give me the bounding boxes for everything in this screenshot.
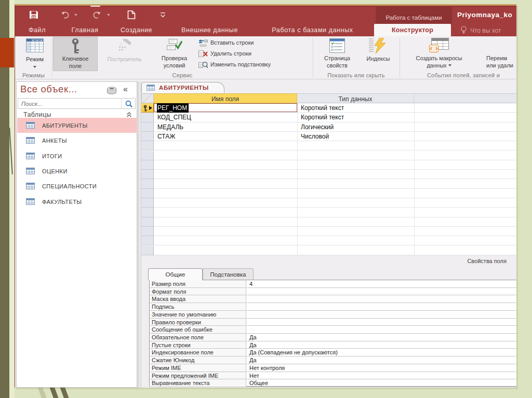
field-type-cell[interactable] xyxy=(297,227,414,236)
tell-me-box[interactable]: Что вы хот xyxy=(460,26,501,36)
field-desc-cell[interactable] xyxy=(414,141,516,150)
field-type-cell[interactable]: Числовой xyxy=(297,132,414,141)
row-selector[interactable] xyxy=(141,227,154,236)
property-value[interactable]: Нет xyxy=(247,372,516,380)
tab-external-data[interactable]: Внешние данные xyxy=(174,24,246,36)
row-selector-key[interactable] xyxy=(141,103,154,113)
row-selector[interactable] xyxy=(141,208,154,217)
column-header-data-type[interactable]: Тип данных xyxy=(297,93,414,103)
field-type-cell[interactable] xyxy=(297,151,414,160)
nav-item-abiturienty[interactable]: АБИТУРИЕНТЫ xyxy=(17,118,137,133)
field-desc-cell[interactable] xyxy=(414,160,516,170)
tab-create[interactable]: Создание xyxy=(117,24,155,36)
search-box[interactable] xyxy=(18,98,136,109)
nav-item-ankety[interactable]: АНКЕТЫ xyxy=(17,133,137,148)
property-value[interactable]: Да xyxy=(247,334,516,341)
field-name-cell[interactable] xyxy=(154,141,297,150)
field-name-cell[interactable] xyxy=(154,170,297,179)
field-desc-cell[interactable] xyxy=(414,227,516,236)
property-value[interactable]: Да (Совпадения не допускаются) xyxy=(247,349,516,356)
row-selector[interactable] xyxy=(141,217,154,227)
property-row[interactable]: Индексированное полеДа (Совпадения не до… xyxy=(150,349,516,356)
field-type-cell[interactable] xyxy=(297,189,414,198)
search-input[interactable] xyxy=(18,99,121,108)
property-row[interactable]: Сжатие ЮникодДа xyxy=(150,356,516,364)
empty-field-row[interactable] xyxy=(141,170,516,179)
property-value[interactable]: Да xyxy=(247,356,516,364)
row-selector[interactable] xyxy=(141,246,154,255)
field-name-cell[interactable] xyxy=(154,160,297,170)
field-desc-cell[interactable] xyxy=(414,151,516,160)
row-selector[interactable] xyxy=(141,151,154,160)
navigation-pane-title[interactable]: Все объек... xyxy=(20,84,77,95)
modify-lookups-button[interactable]: Изменить подстановку xyxy=(198,61,271,72)
property-value[interactable] xyxy=(247,311,516,319)
view-button[interactable]: Режим xyxy=(18,37,52,71)
field-type-cell[interactable] xyxy=(297,198,414,208)
field-name-cell[interactable]: КОД_СПЕЦ xyxy=(154,113,297,122)
row-selector[interactable] xyxy=(141,170,154,179)
field-name-cell[interactable]: СТАЖ xyxy=(154,132,297,141)
field-row-reg-nom[interactable]: РЕГ_НОМ Короткий текст xyxy=(141,103,516,113)
field-desc-cell[interactable] xyxy=(414,198,516,208)
create-data-macros-button[interactable]: Создать макросы данных xyxy=(409,37,469,71)
field-name-cell[interactable] xyxy=(154,198,297,208)
field-type-cell[interactable] xyxy=(297,170,414,179)
rename-delete-macro-button[interactable]: Переим или удали xyxy=(485,37,516,71)
title-bar[interactable]: Работа с таблицами Priyomnaya_ko xyxy=(15,6,516,24)
undo-dropdown-caret[interactable] xyxy=(74,14,77,16)
field-type-cell[interactable] xyxy=(297,246,414,255)
field-type-cell[interactable]: Логический xyxy=(297,122,414,132)
nav-item-fakultety[interactable]: ФАКУЛЬТЕТЫ xyxy=(17,194,137,209)
field-desc-cell[interactable] xyxy=(414,236,516,245)
field-desc-cell[interactable] xyxy=(414,179,516,188)
property-row[interactable]: Формат поля xyxy=(150,288,516,296)
field-name-cell[interactable] xyxy=(154,179,297,188)
field-name-cell[interactable]: РЕГ_НОМ xyxy=(154,103,297,113)
empty-field-row[interactable] xyxy=(141,198,516,208)
property-value[interactable] xyxy=(247,303,516,311)
field-desc-cell[interactable] xyxy=(414,217,516,227)
empty-field-row[interactable] xyxy=(141,227,516,236)
property-value[interactable] xyxy=(247,326,516,334)
row-selector[interactable] xyxy=(141,113,154,122)
empty-field-row[interactable] xyxy=(141,189,516,198)
field-row-kod-spec[interactable]: КОД_СПЕЦ Короткий текст xyxy=(141,113,516,122)
field-desc-cell[interactable] xyxy=(414,113,516,122)
tab-database-tools[interactable]: Работа с базами данных xyxy=(262,24,363,36)
empty-field-row[interactable] xyxy=(141,236,516,245)
tab-file[interactable]: Файл xyxy=(25,24,49,36)
document-tab-abiturienty[interactable]: АБИТУРИЕНТЫ xyxy=(141,82,224,93)
redo-icon[interactable] xyxy=(92,10,101,19)
column-header-description[interactable] xyxy=(414,93,516,103)
row-selector[interactable] xyxy=(141,189,154,198)
empty-field-row[interactable] xyxy=(141,208,516,217)
property-value[interactable]: Общее xyxy=(247,379,516,387)
primary-key-button[interactable]: Ключевое поле xyxy=(53,37,98,71)
property-value[interactable] xyxy=(247,295,516,303)
property-row[interactable]: Сообщение об ошибке xyxy=(150,326,516,334)
shutter-bar-close-icon[interactable]: « xyxy=(123,85,127,94)
empty-field-row[interactable] xyxy=(141,160,516,170)
property-row[interactable]: Правило проверки xyxy=(150,319,516,326)
field-name-cell[interactable]: МЕДАЛЬ xyxy=(154,122,297,132)
property-row[interactable]: Режим IMEНет контроля xyxy=(150,364,516,372)
property-value[interactable]: Да xyxy=(247,341,516,349)
nav-item-specialnosti[interactable]: СПЕЦИАЛЬНОСТИ xyxy=(17,179,137,194)
property-row[interactable]: Маска ввода xyxy=(150,295,516,303)
empty-field-row[interactable] xyxy=(141,217,516,227)
row-selector[interactable] xyxy=(141,141,154,150)
field-type-cell[interactable] xyxy=(297,141,414,150)
property-row[interactable]: Режим предложений IMEНет xyxy=(150,372,516,380)
nav-item-ocenki[interactable]: ОЦЕНКИ xyxy=(17,163,137,179)
field-name-cell[interactable] xyxy=(154,246,297,255)
field-name-cell[interactable] xyxy=(154,189,297,198)
indexes-button[interactable]: Индексы xyxy=(359,37,397,71)
field-desc-cell[interactable] xyxy=(414,103,516,113)
field-desc-cell[interactable] xyxy=(414,170,516,179)
property-row[interactable]: Размер поля4 xyxy=(150,280,516,288)
properties-tab-general[interactable]: Общие xyxy=(148,268,203,280)
field-type-cell[interactable]: Короткий текст xyxy=(297,103,414,113)
field-type-cell[interactable] xyxy=(297,160,414,170)
field-desc-cell[interactable] xyxy=(414,208,516,217)
